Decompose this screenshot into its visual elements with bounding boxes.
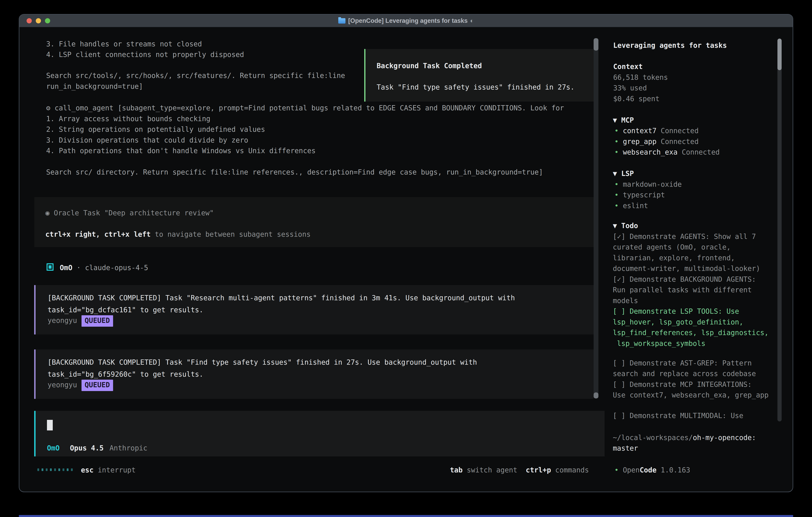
todo-item-done: models	[613, 296, 638, 306]
status-dot-icon: •	[614, 466, 618, 474]
app-window: [OpenCode] Leveraging agents for tasks◐ …	[19, 14, 793, 492]
mcp-item: • websearch_exa Connected	[614, 147, 720, 158]
todo-item-done: librarian, explore, frontend,	[613, 253, 735, 263]
todo-item-done: curated agents (OmO, oracle,	[613, 242, 731, 252]
lsp-item: • eslint	[614, 200, 648, 211]
terminal-line: 3. File handles or streams not closed	[46, 39, 202, 49]
status-dot-icon: •	[614, 127, 618, 135]
window-title-row: [OpenCode] Leveraging agents for tasks◐	[19, 17, 793, 24]
oracle-task-panel: ◉ Oracle Task "Deep architecture review"…	[34, 197, 594, 247]
main-scrollbar-thumb-end[interactable]	[593, 392, 599, 399]
main-scrollbar-thumb[interactable]	[593, 38, 599, 51]
esc-key-hint: esc	[81, 466, 93, 474]
window-titlebar[interactable]: [OpenCode] Leveraging agents for tasks◐	[19, 15, 793, 27]
terminal-line: 3. Division operations that could divide…	[46, 135, 248, 145]
sidebar-scrollbar-thumb[interactable]	[777, 38, 782, 70]
task-meta: yeongyuQUEUED	[48, 380, 113, 391]
task-line2: task_id="bg_6f59260c" to get results.	[48, 369, 203, 380]
prompt-input[interactable]: OmO Opus 4.5 Anthropic	[34, 411, 605, 456]
background-window-edge	[19, 515, 793, 517]
task-meta: yeongyuQUEUED	[48, 315, 113, 327]
todo-item-active: lsp_hover, lsp_goto_definition,	[613, 317, 743, 327]
workspace-branch: master	[613, 443, 638, 454]
statusbar-right: tab switch agent ctrl+p commands	[450, 465, 589, 475]
terminal-line: Search src/ directory. Return specific f…	[46, 167, 543, 178]
todo-item-pending: Use context7, websearch_exa, grep_app	[613, 390, 768, 401]
text-cursor	[47, 420, 53, 430]
collapse-triangle-icon: ▼	[613, 222, 617, 230]
status-dot-icon: •	[614, 148, 618, 156]
task-line1: [BACKGROUND TASK COMPLETED] Task "Find t…	[48, 357, 477, 368]
tab-key-hint: tab	[450, 466, 463, 474]
terminal-line: 1. Array access without bounds checking	[46, 113, 210, 124]
session-title: Leveraging agents for tasks	[613, 40, 727, 51]
opencode-version: • OpenCode 1.0.163	[614, 465, 690, 475]
background-task-toast[interactable]: Background Task Completed Task "Find typ…	[364, 49, 596, 102]
agent-header-text: OmO · claude-opus-4-5	[60, 263, 148, 273]
main-scrollbar[interactable]	[593, 38, 599, 399]
lsp-item: • markdown-oxide	[614, 179, 682, 190]
task-line2: task_id="bg_dcfac161" to get results.	[48, 305, 203, 315]
agent-call-line: ⚙ call_omo_agent [subagent_type=explore,…	[46, 103, 564, 113]
status-dot-icon: •	[614, 180, 618, 188]
working-spinner	[37, 468, 73, 471]
todo-item-pending: [ ] Demonstrate MULTIMODAL: Use	[613, 410, 743, 421]
todo-item-active: lsp_find_references, lsp_diagnostics,	[613, 327, 768, 338]
mcp-item: • context7 Connected	[614, 126, 698, 136]
lsp-item: • typescript	[614, 190, 665, 200]
task-user: yeongyu	[48, 381, 77, 389]
oracle-task-line: ◉ Oracle Task "Deep architecture review"	[46, 208, 214, 218]
context-heading: Context	[613, 61, 643, 72]
mcp-item: • grep_app Connected	[614, 136, 698, 147]
todo-item-done: document-writer, multimodal-looker)	[613, 263, 760, 274]
commands-key-hint: ctrl+p	[526, 466, 551, 474]
workspace-path: ~/local-workspaces/oh-my-opencode:	[613, 432, 756, 443]
todo-item-done: [✓] Demonstrate AGENTS: Show all 7	[613, 231, 756, 242]
todo-item-done: Run parallel tasks with different	[613, 285, 752, 295]
mcp-section-header[interactable]: ▼ MCP	[613, 115, 634, 126]
task-message: [BACKGROUND TASK COMPLETED] Task "Resear…	[34, 285, 593, 334]
toast-body: Task "Find type safety issues" finished …	[377, 82, 574, 92]
statusbar-left: esc interrupt	[81, 465, 136, 475]
active-agent-label: OmO	[47, 443, 60, 454]
sidebar-scrollbar[interactable]	[777, 38, 782, 421]
status-dot-icon: •	[614, 138, 618, 145]
session-indicator-icon: ◐	[470, 17, 474, 24]
omo-agent-icon	[47, 263, 54, 271]
context-used: 33% used	[613, 83, 647, 93]
context-tokens: 66,518 tokens	[613, 72, 668, 83]
lsp-section-header[interactable]: ▼ LSP	[613, 168, 634, 179]
terminal-line: 2. String operations on potentially unde…	[46, 124, 265, 135]
terminal-line: 4. LSP client connections not properly d…	[46, 49, 244, 60]
gear-icon: ⚙	[46, 104, 50, 112]
status-dot-icon: •	[614, 191, 618, 199]
collapse-triangle-icon: ▼	[613, 169, 617, 178]
oracle-hint-line: ctrl+x right, ctrl+x left to navigate be…	[46, 229, 311, 240]
provider-label: Anthropic	[110, 443, 147, 454]
todo-item-active: [ ] Demonstrate LSP TOOLS: Use	[613, 306, 739, 317]
toast-title: Background Task Completed	[377, 61, 482, 71]
context-spent: $0.46 spent	[613, 93, 660, 104]
todo-section-header[interactable]: ▼ Todo	[613, 220, 638, 231]
queued-badge: QUEUED	[82, 315, 113, 327]
active-model-label: Opus 4.5	[70, 443, 104, 454]
terminal-line: run_in_background=true]	[46, 81, 143, 92]
status-dot-icon: •	[614, 202, 618, 210]
terminal-line: 4. Path operations that don't handle Win…	[46, 145, 316, 156]
todo-item-pending: search and replace across codebase	[613, 369, 756, 379]
terminal-line: Search src/tools/, src/hooks/, src/featu…	[46, 71, 345, 81]
task-line1: [BACKGROUND TASK COMPLETED] Task "Resear…	[48, 293, 515, 303]
todo-item-pending: [ ] Demonstrate MCP INTEGRATIONS:	[613, 379, 752, 390]
record-icon: ◉	[46, 209, 50, 217]
keybinding: ctrl+x right, ctrl+x left	[46, 230, 151, 238]
task-message: [BACKGROUND TASK COMPLETED] Task "Find t…	[34, 350, 593, 399]
todo-item-pending: [ ] Demonstrate AST-GREP: Pattern	[613, 358, 752, 369]
task-user: yeongyu	[48, 317, 77, 324]
queued-badge: QUEUED	[82, 380, 113, 391]
window-title: [OpenCode] Leveraging agents for tasks	[348, 17, 468, 24]
collapse-triangle-icon: ▼	[613, 116, 617, 124]
app-folder-icon	[338, 18, 345, 24]
todo-item-active: lsp_workspace_symbols	[613, 338, 705, 349]
todo-item-done: [✓] Demonstrate BACKGROUND AGENTS:	[613, 274, 756, 285]
